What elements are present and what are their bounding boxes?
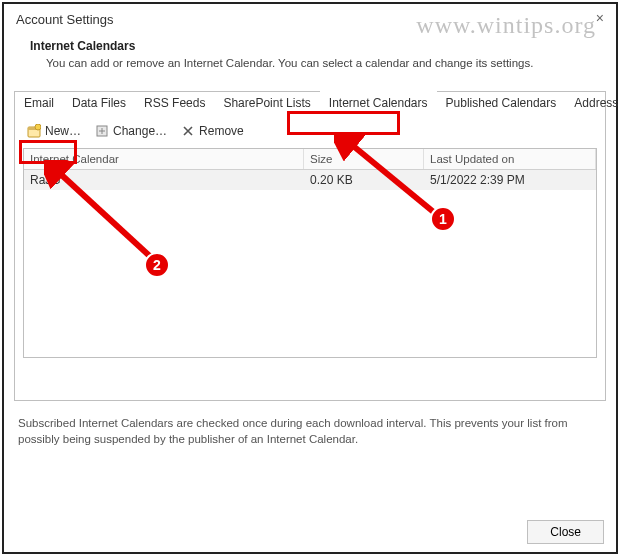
tab-sharepoint-lists[interactable]: SharePoint Lists [214, 91, 319, 115]
new-button[interactable]: New… [21, 122, 87, 140]
new-calendar-icon [27, 124, 41, 138]
tab-published-calendars[interactable]: Published Calendars [437, 91, 566, 115]
column-header-size[interactable]: Size [304, 149, 424, 169]
change-button-label: Change… [113, 124, 167, 138]
remove-button[interactable]: Remove [175, 122, 250, 140]
tab-strip: Email Data Files RSS Feeds SharePoint Li… [15, 91, 605, 115]
window-title: Account Settings [4, 4, 616, 31]
cell-updated: 5/1/2022 2:39 PM [424, 170, 596, 190]
listview-header: Internet Calendar Size Last Updated on [24, 149, 596, 170]
new-button-label: New… [45, 124, 81, 138]
column-header-updated[interactable]: Last Updated on [424, 149, 596, 169]
cell-size: 0.20 KB [304, 170, 424, 190]
close-icon[interactable]: × [596, 10, 604, 26]
tab-rss-feeds[interactable]: RSS Feeds [135, 91, 214, 115]
svg-point-2 [35, 124, 41, 130]
section-heading: Internet Calendars [30, 39, 590, 53]
section-description: You can add or remove an Internet Calend… [30, 57, 590, 69]
tab-internet-calendars[interactable]: Internet Calendars [320, 91, 437, 115]
tab-panel: Email Data Files RSS Feeds SharePoint Li… [14, 91, 606, 401]
close-button[interactable]: Close [527, 520, 604, 544]
change-button[interactable]: Change… [89, 122, 173, 140]
footer-note: Subscribed Internet Calendars are checke… [4, 401, 616, 461]
column-header-name[interactable]: Internet Calendar [24, 149, 304, 169]
tab-address-books[interactable]: Address Books [565, 91, 620, 115]
remove-icon [181, 124, 195, 138]
calendar-listview[interactable]: Internet Calendar Size Last Updated on R… [23, 148, 597, 358]
remove-button-label: Remove [199, 124, 244, 138]
cell-name: RaJG [24, 170, 304, 190]
change-icon [95, 124, 109, 138]
table-row[interactable]: RaJG 0.20 KB 5/1/2022 2:39 PM [24, 170, 596, 190]
tab-data-files[interactable]: Data Files [63, 91, 135, 115]
tab-email[interactable]: Email [15, 91, 63, 115]
toolbar: New… Change… Remove [15, 116, 605, 146]
